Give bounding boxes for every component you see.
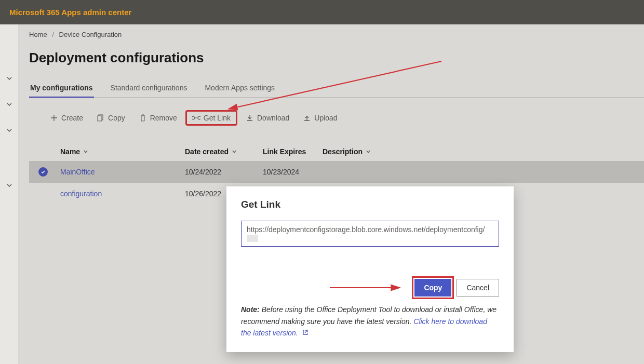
- breadcrumb-sep: /: [52, 31, 54, 38]
- nav-expand-3[interactable]: [2, 123, 17, 138]
- tab-my-configurations[interactable]: My configurations: [29, 78, 94, 97]
- row-name[interactable]: MainOffice: [60, 168, 185, 176]
- upload-label: Upload: [314, 114, 337, 122]
- link-url-text: https://deploymentconfigstorage.blob.cor…: [247, 225, 485, 234]
- modal-note: Note: Before using the Office Deployment…: [241, 304, 499, 339]
- chevron-down-icon: [232, 149, 237, 154]
- link-icon: [192, 114, 200, 122]
- get-link-button[interactable]: Get Link: [185, 110, 237, 126]
- link-url-redacted: [247, 235, 258, 242]
- get-link-label: Get Link: [204, 114, 231, 122]
- breadcrumb-home[interactable]: Home: [29, 31, 47, 38]
- create-button[interactable]: Create: [45, 111, 88, 125]
- banner-title: Microsoft 365 Apps admin center: [9, 8, 131, 17]
- external-link-icon: [302, 329, 308, 335]
- nav-expand-2[interactable]: [2, 97, 17, 112]
- chevron-down-icon: [83, 149, 88, 154]
- note-prefix: Note:: [241, 305, 260, 314]
- annotation-arrow-copy: [327, 282, 405, 293]
- create-label: Create: [61, 114, 83, 122]
- top-banner: Microsoft 365 Apps admin center: [0, 0, 644, 24]
- page-title: Deployment configurations: [29, 50, 644, 66]
- table-header: Name Date created Link Expires Descripti…: [29, 142, 644, 161]
- copy-link-button[interactable]: Copy: [414, 279, 451, 296]
- cancel-button[interactable]: Cancel: [457, 279, 499, 296]
- modal-title: Get Link: [241, 199, 499, 210]
- command-bar: Create Copy Remove Get Link: [29, 105, 644, 131]
- download-icon: [246, 114, 254, 122]
- col-date[interactable]: Date created: [185, 147, 263, 156]
- plus-icon: [50, 114, 58, 122]
- col-name[interactable]: Name: [60, 147, 185, 156]
- remove-button[interactable]: Remove: [133, 111, 182, 125]
- upload-icon: [303, 114, 311, 122]
- tab-standard-configurations[interactable]: Standard configurations: [110, 78, 189, 97]
- row-name[interactable]: configuration: [60, 190, 185, 198]
- tabs: My configurations Standard configuration…: [29, 78, 644, 98]
- trash-icon: [139, 114, 147, 122]
- upload-button[interactable]: Upload: [298, 111, 342, 125]
- nav-expand-1[interactable]: [2, 71, 17, 86]
- col-description[interactable]: Description: [323, 147, 644, 156]
- remove-label: Remove: [150, 114, 177, 122]
- copy-label: Copy: [108, 114, 125, 122]
- download-button[interactable]: Download: [240, 111, 294, 125]
- svg-rect-1: [98, 116, 102, 121]
- table-row[interactable]: MainOffice 10/24/2022 10/23/2024: [29, 161, 644, 183]
- breadcrumb-current: Device Configuration: [59, 31, 122, 38]
- get-link-modal: Get Link https://deploymentconfigstorage…: [226, 186, 514, 352]
- link-url-field[interactable]: https://deploymentconfigstorage.blob.cor…: [241, 221, 499, 247]
- row-expires: 10/23/2024: [263, 168, 323, 176]
- row-date: 10/24/2022: [185, 168, 263, 176]
- breadcrumb: Home / Device Configuration: [29, 31, 644, 38]
- tab-modern-apps-settings[interactable]: Modern Apps settings: [204, 78, 276, 97]
- col-expires[interactable]: Link Expires: [263, 147, 323, 156]
- left-nav-rail: [0, 24, 19, 364]
- row-selected-icon: [38, 167, 48, 177]
- chevron-down-icon: [366, 149, 371, 154]
- nav-expand-4[interactable]: [2, 178, 17, 193]
- copy-icon: [97, 114, 105, 122]
- copy-button[interactable]: Copy: [91, 111, 130, 125]
- download-label: Download: [257, 114, 289, 122]
